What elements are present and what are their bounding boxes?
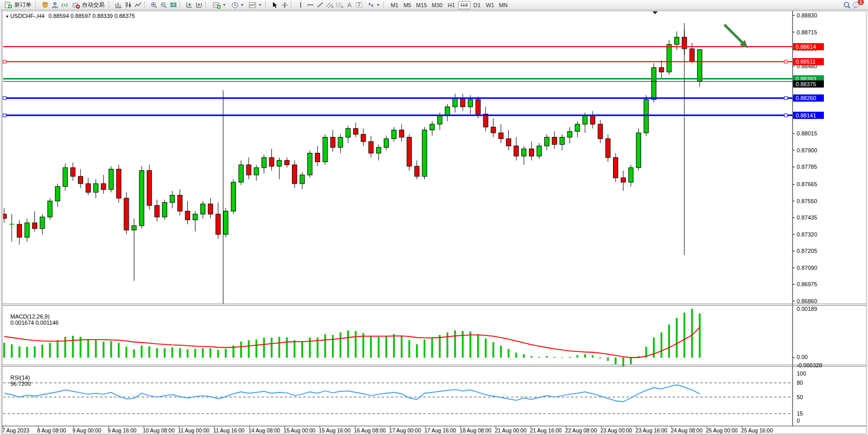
notification-badge[interactable]: 1: [858, 0, 864, 5]
vertical-line-icon[interactable]: [296, 1, 305, 9]
timeframe-button-h4[interactable]: H4: [458, 1, 470, 9]
rsi-label: RSI(14): [10, 374, 30, 381]
text-icon[interactable]: A: [345, 1, 353, 9]
svg-text:0.88260: 0.88260: [796, 95, 816, 101]
svg-text:23 Aug 00:00: 23 Aug 00:00: [600, 427, 632, 433]
svg-text:0.87320: 0.87320: [797, 231, 817, 238]
chart-title: USDCHF-,H4: [10, 13, 45, 19]
svg-text:0.00: 0.00: [797, 354, 807, 360]
chart-shift-icon[interactable]: [194, 1, 203, 9]
macd-label: MACD(12,26,9): [10, 313, 49, 320]
zoom-out-icon[interactable]: [159, 1, 168, 9]
svg-text:25 Aug 16:00: 25 Aug 16:00: [741, 427, 773, 433]
algo-trading-icon: [72, 1, 81, 9]
macd-indicator-label: MACD(12,26,9) 0.001674 0.001146: [4, 307, 58, 332]
crosshair-icon[interactable]: [280, 1, 289, 9]
chevron-down-icon: ▾: [223, 3, 225, 7]
line-drag-handle[interactable]: [3, 60, 6, 63]
new-chart-button[interactable]: ▾: [210, 1, 227, 9]
new-order-button[interactable]: 新订单: [2, 1, 33, 9]
toolbar-separator: [144, 2, 147, 9]
timeframe-button-m15[interactable]: M15: [414, 1, 429, 9]
svg-text:22 Aug 08:00: 22 Aug 08:00: [565, 427, 597, 433]
line-drag-handle[interactable]: [3, 96, 6, 100]
chevron-down-icon: ▾: [259, 3, 261, 7]
svg-text:80: 80: [797, 380, 803, 386]
toolbar-separator: [109, 2, 111, 9]
market-icon[interactable]: [41, 1, 49, 9]
cursor-icon[interactable]: [270, 1, 279, 9]
timeframe-button-d1[interactable]: D1: [471, 1, 483, 9]
macd-values: 0.001674 0.001146: [10, 320, 58, 326]
arrows-tool-button[interactable]: ▾: [364, 1, 381, 9]
timeframe-button-w1[interactable]: W1: [484, 1, 497, 9]
chart-ohlc-values: 0.88594 0.88597 0.88339 0.88375: [49, 13, 135, 19]
equidistant-channel-icon[interactable]: E: [325, 1, 334, 9]
timeframe-button-m5[interactable]: M5: [401, 1, 413, 9]
svg-text:21 Aug 00:00: 21 Aug 00:00: [495, 427, 526, 433]
svg-text:0.87090: 0.87090: [797, 265, 817, 271]
algo-trading-button[interactable]: 自动交易: [70, 1, 107, 9]
timeframe-group: M1M5M15M30H1H4D1W1MN: [388, 1, 509, 9]
toolbar-separator: [35, 2, 38, 9]
trendline-icon[interactable]: [315, 1, 324, 9]
line-drag-handle[interactable]: [784, 60, 787, 63]
bar-chart-icon[interactable]: [114, 1, 123, 9]
svg-text:17 Aug 00:00: 17 Aug 00:00: [389, 427, 421, 433]
line-drag-handle[interactable]: [784, 96, 787, 100]
candlestick-chart-icon[interactable]: [124, 1, 132, 9]
timeframe-button-h1[interactable]: H1: [445, 1, 458, 9]
svg-text:A: A: [347, 2, 351, 8]
timeframe-button-m30[interactable]: M30: [429, 1, 444, 9]
auto-scroll-icon[interactable]: [185, 1, 193, 9]
algo-trading-label: 自动交易: [82, 1, 105, 9]
svg-text:T: T: [358, 2, 361, 8]
svg-text:11 Aug 16:00: 11 Aug 16:00: [213, 427, 245, 433]
svg-text:0.88614: 0.88614: [796, 44, 816, 50]
main-toolbar: 新订单 自动交易 ▾: [0, 0, 868, 10]
svg-text:24 Aug 08:00: 24 Aug 08:00: [670, 427, 702, 433]
chevron-down-icon: ▾: [377, 3, 379, 7]
svg-text:0.88715: 0.88715: [797, 29, 817, 35]
svg-text:16 Aug 08:00: 16 Aug 08:00: [354, 427, 386, 433]
community-icon[interactable]: [50, 1, 59, 9]
horizontal-line-icon[interactable]: [306, 1, 314, 9]
timeframe-button-m1[interactable]: M1: [388, 1, 401, 9]
tile-windows-icon[interactable]: [169, 1, 177, 9]
search-icon[interactable]: [842, 1, 851, 9]
svg-text:25 Aug 00:00: 25 Aug 00:00: [706, 427, 738, 433]
text-label-icon[interactable]: T: [354, 1, 363, 9]
svg-text:18 Aug 08:00: 18 Aug 08:00: [460, 427, 491, 433]
zoom-in-icon[interactable]: [149, 1, 158, 9]
toolbar-separator: [291, 2, 293, 9]
svg-text:0.88141: 0.88141: [796, 112, 816, 118]
fibonacci-icon[interactable]: F: [335, 1, 344, 9]
indicators-button[interactable]: ▾: [246, 1, 263, 9]
chart-menu-triangle-icon[interactable]: ▼: [5, 14, 9, 19]
svg-text:0.88375: 0.88375: [796, 81, 816, 87]
svg-text:0.86975: 0.86975: [797, 281, 817, 287]
svg-text:0.88015: 0.88015: [797, 130, 817, 136]
svg-text:8 Aug 08:00: 8 Aug 08:00: [37, 427, 66, 433]
svg-text:0: 0: [797, 418, 800, 424]
periods-button[interactable]: ▾: [228, 1, 245, 9]
svg-text:0.87435: 0.87435: [797, 214, 817, 221]
svg-text:0.87205: 0.87205: [797, 248, 817, 254]
svg-text:21 Aug 16:00: 21 Aug 16:00: [530, 427, 562, 433]
chart-title-row: ▼USDCHF-,H4 0.88594 0.88597 0.88339 0.88…: [5, 13, 135, 19]
svg-text:0.88830: 0.88830: [797, 12, 817, 18]
line-drag-handle[interactable]: [3, 114, 6, 117]
svg-text:7 Aug 2023: 7 Aug 2023: [2, 427, 29, 433]
periods-clock-icon: [230, 1, 239, 9]
new-chart-icon: [212, 1, 221, 9]
chart-window: 0.888300.887150.886000.884800.883650.882…: [0, 11, 868, 435]
chevron-down-icon: ▾: [241, 3, 243, 7]
line-chart-icon[interactable]: [133, 1, 142, 9]
chart-canvas[interactable]: 0.888300.887150.886000.884800.883650.882…: [0, 11, 868, 435]
svg-text:0.88511: 0.88511: [796, 58, 816, 65]
rsi-value: 56.7200: [10, 381, 31, 387]
toolbar-separator: [180, 2, 182, 9]
line-drag-handle[interactable]: [784, 114, 787, 117]
signals-icon[interactable]: [60, 1, 69, 9]
timeframe-button-mn[interactable]: MN: [497, 1, 509, 9]
